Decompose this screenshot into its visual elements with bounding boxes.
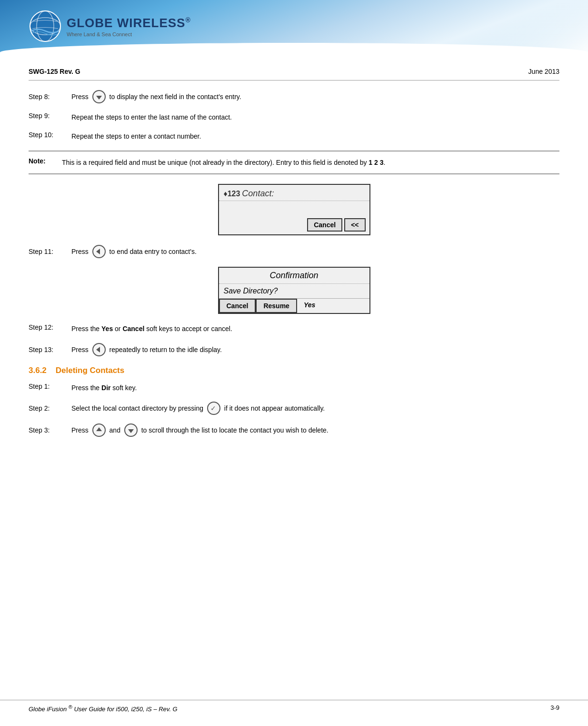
section-362-title: Deleting Contacts [56,366,125,375]
left-arrow-icon [92,245,106,258]
check-icon [207,402,220,415]
confirmation-screen: Confirmation Save Directory? Cancel Resu… [218,267,370,314]
section-362-heading: 3.6.2 Deleting Contacts [29,366,559,375]
step-13: Step 13: Press repeatedly to return to t… [29,343,559,356]
step-12-content: Press the Yes or Cancel soft keys to acc… [71,323,559,334]
step-8-content: Press to display the next field in the c… [71,90,241,103]
doc-header: SWG-125 Rev. G June 2013 [29,62,559,81]
step-9-label: Step 9: [29,112,71,120]
note-text-bold: 1 2 3 [369,159,383,166]
bottom-step-1-content: Press the Dir soft key. [71,383,559,393]
step-1-before: Press the [71,384,101,392]
confirm-yes-label: Yes [297,299,322,313]
step-12-before: Press the [71,325,101,333]
step-1-bold: Dir [101,384,110,392]
bottom-step-3-content: Press and to scroll through the list to … [71,424,329,437]
logo-container: GLOBE WIRELESS® Where Land & Sea Connect [29,10,191,43]
note-box: Note: This is a required field and must … [29,151,559,174]
left-arrow-icon-2 [92,343,106,356]
step-8-label: Step 8: [29,93,71,101]
confirmation-title: Confirmation [219,268,369,284]
header-wave: GLOBE WIRELESS® Where Land & Sea Connect [0,0,588,57]
step-12: Step 12: Press the Yes or Cancel soft ke… [29,323,559,334]
logo-text: GLOBE WIRELESS® Where Land & Sea Connect [67,16,191,37]
contact-screen-header: ♦123 Contact: [219,185,369,201]
contact-screen-body [219,201,369,215]
bottom-step-2-content: Select the local contact directory by pr… [71,402,325,415]
step-12-cancel: Cancel [122,325,144,333]
step-11-label: Step 11: [29,248,71,255]
step-8-text: to display the next field in the contact… [110,93,241,101]
step-10-label: Step 10: [29,131,71,139]
section-362-number: 3.6.2 [29,366,47,375]
step-13-press: Press [71,346,89,353]
down-arrow-icon-2 [124,424,138,437]
confirmation-buttons: Cancel Resume Yes [219,298,369,313]
footer-ifusion: i [47,706,48,713]
step-11-content: Press to end data entry to contact's. [71,245,197,258]
step-8: Step 8: Press to display the next field … [29,90,559,103]
doc-title: SWG-125 Rev. G [29,68,80,75]
confirm-resume-button[interactable]: Resume [256,299,297,313]
page-footer: Globe iFusion ® User Guide for i500, i25… [0,700,588,716]
bottom-step-2: Step 2: Select the local contact directo… [29,402,559,415]
phone-icon-123: ♦123 [224,190,240,198]
note-text-end: . [383,159,385,166]
step-12-label: Step 12: [29,323,71,331]
bottom-step-3-label: Step 3: [29,426,71,434]
footer-left: Globe iFusion ® User Guide for i500, i25… [29,704,178,713]
contact-cancel-button[interactable]: Cancel [307,218,342,232]
logo-tagline: Where Land & Sea Connect [67,31,191,37]
step-3-and: and [110,426,120,434]
down-arrow-icon [92,90,106,103]
globe-icon [29,10,62,43]
step-10: Step 10: Repeat the steps to enter a con… [29,131,559,141]
step-10-content: Repeat the steps to enter a contact numb… [71,131,559,141]
confirmation-save: Save Directory? [219,284,369,298]
up-arrow-icon [92,424,106,437]
step-11-press: Press [71,248,89,255]
step-3-after: to scroll through the list to locate the… [141,426,329,434]
contact-screen-buttons: Cancel << [219,215,369,234]
logo-brand: GLOBE WIRELESS® [67,16,191,30]
contact-screen: ♦123 Contact: Cancel << [218,184,370,235]
step-13-text: repeatedly to return to the idle display… [110,346,222,353]
footer-right: 3-9 [550,704,559,713]
step-1-after: soft key. [110,384,137,392]
step-9-content: Repeat the steps to enter the last name … [71,112,559,122]
note-text-plain: This is a required field and must be uni… [62,159,369,166]
step-2-after: if it does not appear automatically. [224,404,325,412]
bottom-step-3: Step 3: Press and to scroll through the … [29,424,559,437]
step-11-text: to end data entry to contact's. [110,248,197,255]
step-13-content: Press repeatedly to return to the idle d… [71,343,222,356]
contact-label: Contact: [242,189,274,199]
confirm-cancel-button[interactable]: Cancel [219,299,256,313]
step-8-press: Press [71,93,89,101]
doc-date: June 2013 [528,68,559,75]
contact-back-button[interactable]: << [344,218,365,232]
step-12-after: soft keys to accept or cancel. [144,325,232,333]
step-3-before: Press [71,426,89,434]
step-13-label: Step 13: [29,346,71,353]
bottom-step-1: Step 1: Press the Dir soft key. [29,383,559,393]
step-11: Step 11: Press to end data entry to cont… [29,245,559,258]
note-label: Note: [29,157,62,165]
step-9: Step 9: Repeat the steps to enter the la… [29,112,559,122]
step-2-before: Select the local contact directory by pr… [71,404,203,412]
note-content: This is a required field and must be uni… [62,157,559,168]
step-12-or: or [113,325,122,333]
step-12-yes: Yes [101,325,113,333]
main-content: SWG-125 Rev. G June 2013 Step 8: Press t… [0,57,588,464]
bottom-step-2-label: Step 2: [29,404,71,412]
bottom-step-1-label: Step 1: [29,383,71,390]
